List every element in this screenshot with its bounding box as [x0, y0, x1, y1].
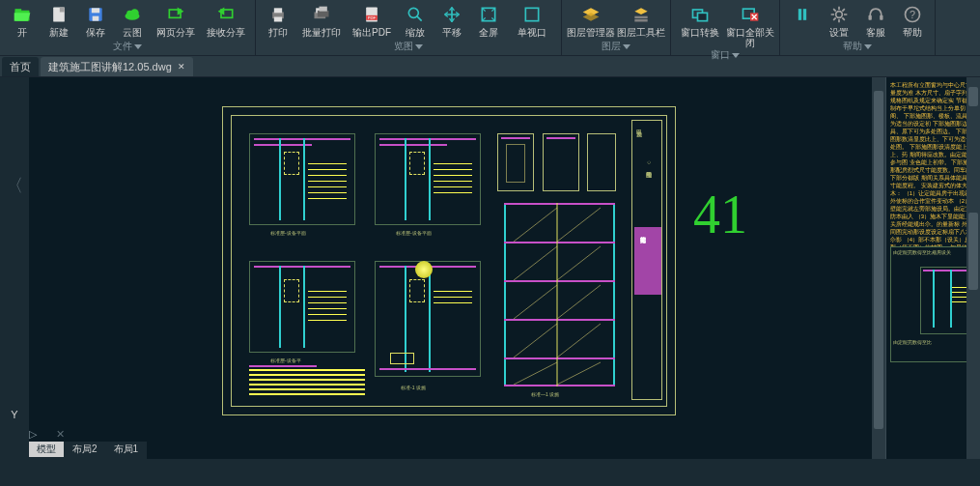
scroll-thumb[interactable]	[968, 213, 978, 290]
print-btn[interactable]: 打印	[260, 2, 296, 40]
main-area: 〈 Y	[0, 77, 980, 459]
svg-text:?: ?	[910, 9, 915, 20]
svg-point-10	[130, 9, 138, 16]
share2-icon	[215, 4, 237, 25]
right-notes-panel: 本工程所有立面窗均与中心尺寸量度为准 木方尺寸、扇子字列都规格图纸及规定来确定实…	[885, 77, 980, 459]
settings-btn[interactable]: 设置	[821, 2, 857, 40]
svg-marker-28	[415, 44, 423, 49]
pause-btn[interactable]	[784, 2, 821, 40]
pause-icon	[792, 4, 813, 25]
vport-icon	[521, 4, 543, 25]
svg-rect-44	[880, 15, 882, 20]
layer-toolbar-btn[interactable]: 图层工具栏	[616, 2, 666, 40]
open-icon	[12, 4, 33, 25]
layout-tabs: 模型布局2布局1	[29, 442, 147, 459]
chevron-down-icon[interactable]	[413, 41, 424, 51]
ribbon-btn-label: 窗口转换	[681, 27, 719, 38]
new-icon	[48, 4, 70, 25]
drawing-sheet: 标准层-设备平面	[222, 106, 676, 415]
scroll-up-icon[interactable]	[968, 87, 978, 106]
ribbon-group: 打印批量打印PDF输出PDF缩放平移全屏单视口览图	[256, 0, 562, 55]
svg-marker-47	[864, 44, 872, 49]
layout1-tab[interactable]: 布局1	[106, 442, 147, 457]
win-closeall-btn[interactable]: 窗口全部关闭	[725, 2, 775, 48]
save-icon	[85, 4, 106, 25]
svg-point-42	[836, 12, 843, 18]
svg-rect-1	[15, 9, 22, 12]
ribbon-btn-label: 缩放	[406, 27, 425, 38]
svg-rect-16	[274, 17, 282, 22]
nav-back-icon[interactable]: 〈	[6, 174, 23, 197]
save-btn[interactable]: 保存	[77, 2, 114, 40]
web-share-btn[interactable]: 网页分享	[151, 2, 201, 40]
ribbon-btn-label: 云图	[123, 27, 142, 38]
command-line[interactable]: ▷ ✕	[29, 426, 65, 442]
layers-icon	[580, 4, 602, 25]
svg-marker-39	[732, 53, 740, 58]
new-btn[interactable]: 新建	[41, 2, 77, 40]
gear-icon	[828, 4, 850, 25]
doc-tab-active[interactable]: 建筑施工图讲解12.05.dwg ✕	[41, 57, 193, 76]
doc-tab-home[interactable]: 首页	[2, 57, 39, 76]
svg-marker-31	[634, 8, 647, 14]
svg-rect-20	[320, 7, 327, 12]
wclose-icon	[740, 4, 761, 25]
layer-mgr-btn[interactable]: 图层管理器	[566, 2, 616, 40]
pdf-icon: PDF	[361, 4, 382, 25]
cloud-icon	[122, 4, 143, 25]
cmd-close-icon[interactable]: ✕	[56, 428, 65, 441]
ltool-icon	[630, 4, 652, 25]
bprint-icon	[311, 4, 332, 25]
support-btn[interactable]: 客服	[857, 2, 894, 40]
ribbon-group-label: 图层	[566, 40, 666, 53]
chevron-down-icon[interactable]	[862, 41, 873, 51]
svg-rect-33	[634, 19, 647, 22]
document-tabs: 首页 建筑施工图讲解12.05.dwg ✕	[0, 56, 980, 77]
help-btn[interactable]: ?帮助	[894, 2, 931, 40]
batch-print-btn[interactable]: 批量打印	[296, 2, 347, 40]
zoom-btn[interactable]: 缩放	[397, 2, 434, 40]
viewport-btn[interactable]: 单视口	[507, 2, 557, 40]
ribbon-btn-label: 批量打印	[302, 27, 341, 38]
svg-marker-13	[134, 44, 142, 49]
drawing-canvas[interactable]: 标准层-设备平面	[29, 77, 980, 459]
chevron-down-icon[interactable]	[621, 41, 631, 51]
ribbon-btn-label: 网页分享	[156, 27, 195, 38]
chevron-down-icon[interactable]	[132, 41, 143, 51]
recv-share-btn[interactable]: 接收分享	[201, 2, 251, 40]
doc-tab-home-label: 首页	[10, 60, 31, 74]
svg-marker-2	[14, 13, 31, 20]
print-icon	[267, 4, 289, 25]
right-scrollbar[interactable]	[966, 77, 980, 459]
svg-rect-27	[525, 8, 538, 20]
cloud-btn[interactable]: 云图	[114, 2, 151, 40]
cmd-arrow-icon: ▷	[29, 428, 37, 441]
canvas-scrollbar[interactable]	[872, 77, 885, 459]
headset-icon	[865, 4, 886, 25]
svg-rect-36	[698, 13, 708, 20]
ribbon-btn-label: 平移	[442, 27, 462, 38]
pan-icon	[441, 4, 462, 25]
layout2-tab[interactable]: 布局2	[65, 442, 105, 457]
svg-rect-43	[869, 15, 872, 20]
chevron-down-icon[interactable]	[730, 49, 741, 60]
model-tab[interactable]: 模型	[29, 442, 64, 457]
open-btn[interactable]: 开	[4, 2, 41, 40]
ribbon-group-label: 帮助	[784, 40, 931, 53]
right-mini-drawing: 由定能完数得至比规房设关 由定能完数得至比	[890, 246, 977, 362]
ribbon-btn-label: 接收分享	[207, 27, 245, 38]
close-icon[interactable]: ✕	[178, 62, 185, 71]
fullscreen-btn[interactable]: 全屏	[470, 2, 507, 40]
svg-rect-4	[60, 8, 65, 13]
ribbon-group-label: 文件	[4, 40, 251, 53]
ribbon-btn-label: 单视口	[518, 27, 546, 38]
win-switch-btn[interactable]: 窗口转换	[675, 2, 725, 48]
slide-number-overlay: 41	[693, 184, 747, 245]
ribbon-btn-label: 图层管理器	[567, 27, 615, 38]
ribbon-btn-label: 帮助	[903, 27, 922, 38]
export-pdf-btn[interactable]: PDF输出PDF	[347, 2, 397, 40]
svg-rect-15	[274, 8, 282, 13]
canvas-scroll-thumb[interactable]	[874, 91, 883, 429]
ribbon-btn-label: 设置	[829, 27, 849, 38]
pan-btn[interactable]: 平移	[434, 2, 470, 40]
